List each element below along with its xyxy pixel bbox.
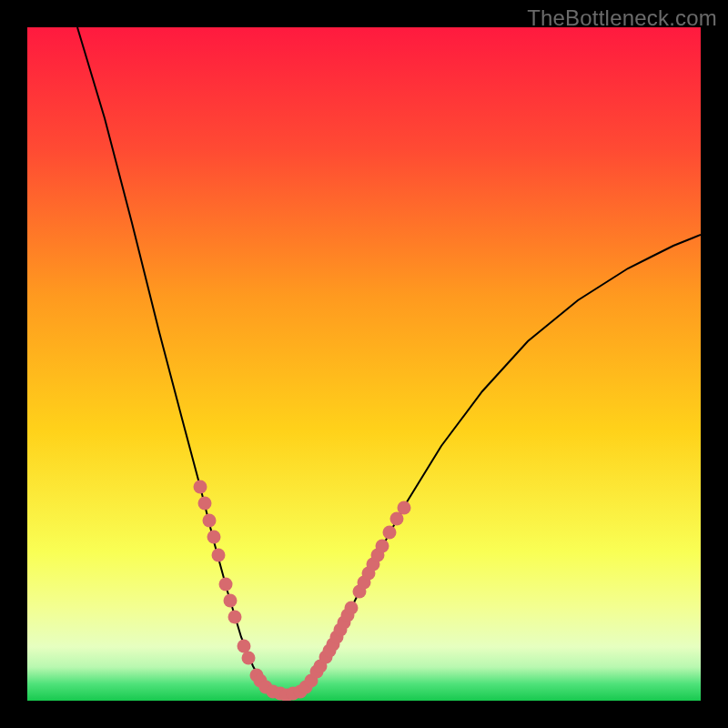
scatter-dot (228, 611, 242, 624)
gradient-background (27, 27, 701, 701)
scatter-dot (219, 578, 233, 592)
chart-frame: TheBottleneck.com (0, 0, 728, 728)
scatter-dot (198, 497, 212, 511)
scatter-dot (212, 549, 226, 562)
scatter-dot (376, 540, 389, 553)
scatter-dot (224, 594, 238, 608)
scatter-dot (238, 640, 251, 653)
scatter-dot (203, 514, 217, 528)
scatter-dot (345, 602, 359, 615)
scatter-dot (207, 531, 221, 544)
scatter-dot (242, 652, 256, 665)
scatter-dot (398, 501, 411, 515)
bottleneck-chart (27, 27, 701, 701)
scatter-dot (383, 526, 397, 540)
plot-area (27, 27, 701, 701)
scatter-dot (194, 480, 207, 494)
